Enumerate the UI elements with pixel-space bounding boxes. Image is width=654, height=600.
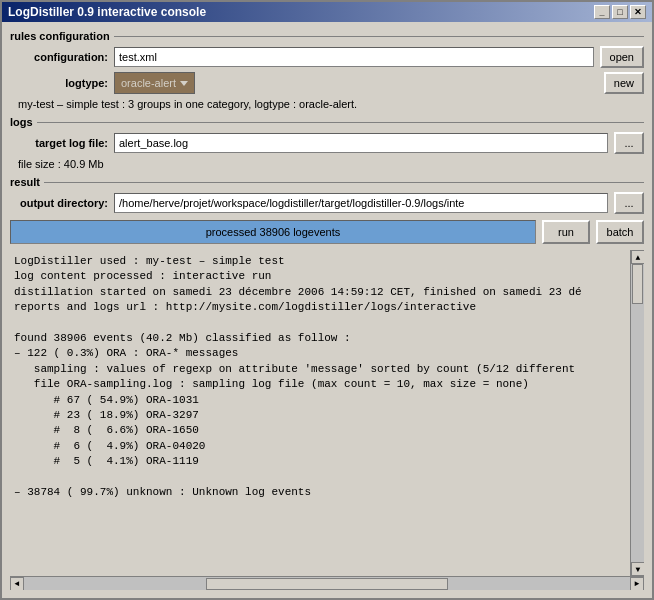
target-log-label: target log file: xyxy=(18,137,108,149)
output-dir-input[interactable] xyxy=(114,193,608,213)
log-browse-button[interactable]: ... xyxy=(614,132,644,154)
main-content: rules configuration configuration: open … xyxy=(2,22,652,598)
h-scroll-thumb[interactable] xyxy=(206,578,448,590)
output-dir-label: output directory: xyxy=(18,197,108,209)
dropdown-arrow-icon xyxy=(180,81,188,86)
logs-section: logs target log file: ... file size : 40… xyxy=(10,116,644,170)
output-dir-row: output directory: ... xyxy=(10,192,644,214)
output-browse-button[interactable]: ... xyxy=(614,192,644,214)
rules-info-text: my-test – simple test : 3 groups in one … xyxy=(10,98,644,110)
rules-section-header: rules configuration xyxy=(10,30,644,42)
console-wrapper: LogDistiller used : my-test – simple tes… xyxy=(10,250,644,590)
logs-section-header: logs xyxy=(10,116,644,128)
scroll-track xyxy=(631,264,644,562)
maximize-button[interactable]: □ xyxy=(612,5,628,19)
horizontal-scrollbar[interactable]: ◄ ► xyxy=(10,576,644,590)
window-title: LogDistiller 0.9 interactive console xyxy=(8,5,206,19)
title-bar-buttons: _ □ ✕ xyxy=(594,5,646,19)
minimize-button[interactable]: _ xyxy=(594,5,610,19)
result-section: result output directory: ... xyxy=(10,176,644,214)
title-bar: LogDistiller 0.9 interactive console _ □… xyxy=(2,2,652,22)
result-section-header: result xyxy=(10,176,644,188)
target-log-row: target log file: ... xyxy=(10,132,644,154)
progress-bar-text: processed 38906 logevents xyxy=(11,221,535,243)
configuration-row: configuration: open xyxy=(10,46,644,68)
console-content[interactable]: LogDistiller used : my-test – simple tes… xyxy=(10,250,630,576)
logtype-label: logtype: xyxy=(18,77,108,89)
vertical-scrollbar[interactable]: ▲ ▼ xyxy=(630,250,644,576)
target-log-input[interactable] xyxy=(114,133,608,153)
progress-run-row: processed 38906 logevents run batch xyxy=(10,220,644,244)
scroll-right-button[interactable]: ► xyxy=(630,577,644,591)
progress-bar: processed 38906 logevents xyxy=(10,220,536,244)
h-scroll-track xyxy=(24,577,630,591)
close-button[interactable]: ✕ xyxy=(630,5,646,19)
configuration-input[interactable] xyxy=(114,47,594,67)
configuration-label: configuration: xyxy=(18,51,108,63)
new-button[interactable]: new xyxy=(604,72,644,94)
logtype-value: oracle-alert xyxy=(121,77,176,89)
scroll-down-button[interactable]: ▼ xyxy=(631,562,644,576)
rules-section-label: rules configuration xyxy=(10,30,110,42)
run-button[interactable]: run xyxy=(542,220,590,244)
scroll-left-button[interactable]: ◄ xyxy=(10,577,24,591)
result-section-label: result xyxy=(10,176,40,188)
open-button[interactable]: open xyxy=(600,46,644,68)
logtype-row: logtype: oracle-alert new xyxy=(10,72,644,94)
filesize-text: file size : 40.9 Mb xyxy=(10,158,644,170)
logtype-dropdown[interactable]: oracle-alert xyxy=(114,72,195,94)
scroll-up-button[interactable]: ▲ xyxy=(631,250,644,264)
logs-section-label: logs xyxy=(10,116,33,128)
batch-button[interactable]: batch xyxy=(596,220,644,244)
rules-section: rules configuration configuration: open … xyxy=(10,30,644,110)
console-area: LogDistiller used : my-test – simple tes… xyxy=(10,250,644,576)
scroll-thumb[interactable] xyxy=(632,264,643,304)
main-window: LogDistiller 0.9 interactive console _ □… xyxy=(0,0,654,600)
